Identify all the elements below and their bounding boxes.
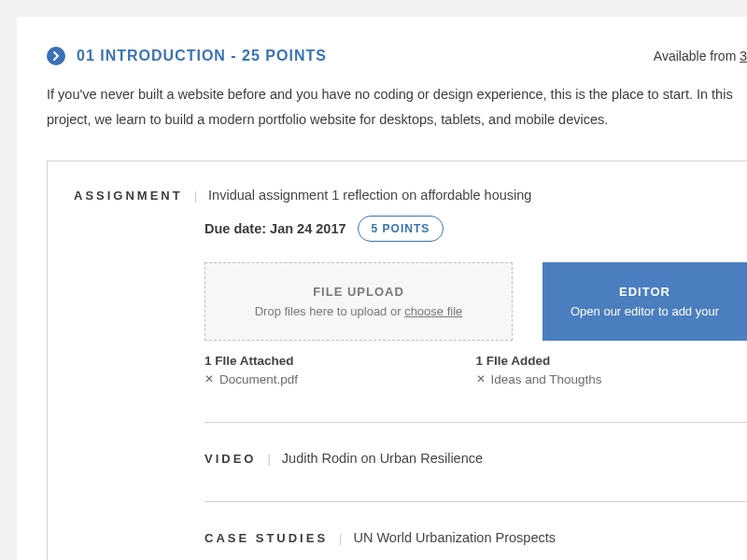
case-label: CASE STUDIES [204,531,328,545]
video-label: VIDEO [204,452,256,466]
video-row: VIDEO | Judith Rodin on Urban Resilience [204,451,747,466]
due-date: Due date: Jan 24 2017 [204,221,346,236]
expand-toggle[interactable] [47,47,65,65]
separator: | [328,531,353,545]
remove-file-button[interactable]: ✕ [204,372,214,385]
file-upload-sub: Drop files here to upload or choose file [255,304,463,318]
case-title: UN World Urbanization Prospects [353,530,556,545]
choose-file-link[interactable]: choose file [404,304,462,318]
attached-file-name: Ideas and Thougths [491,372,602,386]
remove-file-button[interactable]: ✕ [476,372,486,385]
attached-item: ✕ Document.pdf [204,372,476,386]
cards-row: FILE UPLOAD Drop files here to upload or… [204,262,747,341]
divider [204,501,747,502]
file-upload-title: FILE UPLOAD [313,285,404,299]
attached-col-left: 1 FIle Attached ✕ Document.pdf [204,354,476,386]
section-title: 01 INTRODUCTION - 25 POINTS [77,48,327,64]
available-from: Available from 3 [654,49,747,63]
page-card: 01 INTRODUCTION - 25 POINTS Available fr… [17,17,747,560]
points-pill: 5 POINTS [358,216,444,242]
attached-item: ✕ Ideas and Thougths [476,372,748,386]
attached-col-right: 1 FIle Added ✕ Ideas and Thougths [476,354,748,386]
chevron-right-icon [52,51,60,61]
assignment-box: ASSIGNMENT | Invidual assignment 1 refle… [47,161,747,560]
available-date[interactable]: 3 [740,49,747,63]
file-upload-dropzone[interactable]: FILE UPLOAD Drop files here to upload or… [204,262,513,341]
assignment-title: Invidual assignment 1 reflection on affo… [208,188,531,203]
assignment-label: ASSIGNMENT [74,189,183,203]
editor-card[interactable]: EDITOR Open our editor to add your [543,262,747,341]
available-prefix: Available from [654,49,740,63]
attached-head: 1 FIle Attached [204,354,476,368]
section-header: 01 INTRODUCTION - 25 POINTS Available fr… [47,47,747,65]
divider [204,422,747,423]
attached-columns: 1 FIle Attached ✕ Document.pdf 1 FIle Ad… [204,354,747,386]
attached-file-name: Document.pdf [219,372,298,386]
case-row: CASE STUDIES | UN World Urbanization Pro… [204,530,747,545]
due-row: Due date: Jan 24 2017 5 POINTS [204,216,747,242]
separator: | [256,452,281,466]
assignment-row: ASSIGNMENT | Invidual assignment 1 refle… [74,188,747,210]
video-title: Judith Rodin on Urban Resilience [282,451,483,466]
intro-text: If you've never built a website before a… [47,82,747,133]
separator: | [183,189,208,203]
assignment-detail-block: Due date: Jan 24 2017 5 POINTS FILE UPLO… [74,216,747,545]
editor-sub: Open our editor to add your [571,304,719,318]
editor-title: EDITOR [619,285,670,299]
attached-head: 1 FIle Added [476,354,748,368]
